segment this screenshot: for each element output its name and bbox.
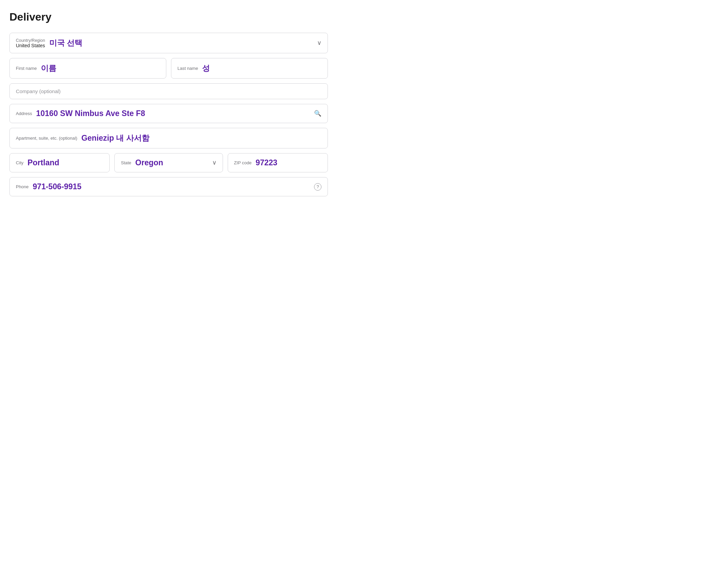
- apartment-label: Apartment, suite, etc. (optional): [16, 136, 77, 141]
- apartment-field[interactable]: Apartment, suite, etc. (optional) Geniez…: [9, 128, 328, 148]
- address-field[interactable]: Address 10160 SW Nimbus Ave Ste F8 🔍: [9, 104, 328, 123]
- state-label: State: [121, 160, 131, 165]
- city-label: City: [16, 160, 24, 165]
- country-label-bottom: United States: [16, 43, 45, 48]
- city-value: Portland: [28, 158, 59, 167]
- address-value: 10160 SW Nimbus Ave Ste F8: [36, 109, 145, 118]
- company-field[interactable]: Company (optional): [9, 83, 328, 99]
- country-value: 미국 선택: [49, 38, 82, 48]
- last-name-field[interactable]: Last name 성: [171, 58, 328, 79]
- zip-label: ZIP code: [234, 160, 252, 165]
- first-name-field[interactable]: First name 이름: [9, 58, 166, 79]
- address-label: Address: [16, 111, 32, 116]
- country-label: Country/Region United States: [16, 38, 45, 48]
- address-group: Address 10160 SW Nimbus Ave Ste F8 🔍: [9, 104, 328, 123]
- state-field[interactable]: State Oregon ∨: [114, 153, 223, 172]
- city-field[interactable]: City Portland: [9, 153, 110, 172]
- location-row: City Portland State Oregon ∨ ZIP code 97…: [9, 153, 328, 172]
- apartment-group: Apartment, suite, etc. (optional) Geniez…: [9, 128, 328, 148]
- name-row: First name 이름 Last name 성: [9, 58, 328, 79]
- state-value: Oregon: [135, 158, 163, 167]
- country-label-top: Country/Region: [16, 38, 45, 43]
- chevron-down-icon: ∨: [317, 39, 321, 47]
- phone-value: 971-506-9915: [33, 182, 81, 191]
- help-icon[interactable]: ?: [314, 183, 321, 191]
- country-field[interactable]: Country/Region United States 미국 선택 ∨: [9, 33, 328, 53]
- phone-group: Phone 971-506-9915 ?: [9, 177, 328, 196]
- zip-field[interactable]: ZIP code 97223: [228, 153, 328, 172]
- first-name-value: 이름: [41, 63, 56, 74]
- first-name-label: First name: [16, 66, 37, 71]
- last-name-value: 성: [202, 63, 210, 74]
- search-icon: 🔍: [314, 110, 321, 117]
- company-placeholder: Company (optional): [16, 88, 61, 94]
- country-region-group: Country/Region United States 미국 선택 ∨: [9, 33, 328, 53]
- phone-label: Phone: [16, 184, 29, 189]
- apartment-value: Geniezip 내 사서함: [81, 133, 149, 143]
- company-group: Company (optional): [9, 83, 328, 99]
- state-chevron-icon: ∨: [212, 159, 217, 166]
- zip-value: 97223: [256, 158, 277, 167]
- phone-field[interactable]: Phone 971-506-9915 ?: [9, 177, 328, 196]
- page-title: Delivery: [9, 11, 328, 23]
- last-name-label: Last name: [177, 66, 198, 71]
